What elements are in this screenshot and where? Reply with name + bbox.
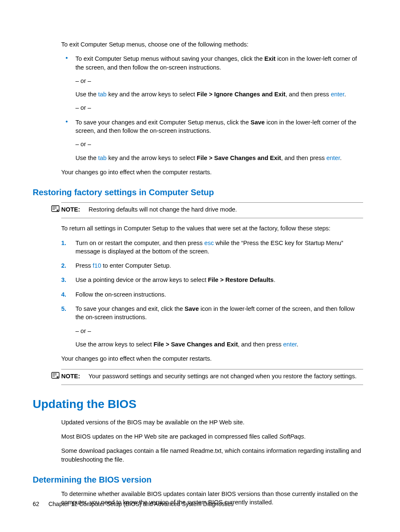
note-text: Your password settings and security sett…: [88, 373, 356, 380]
bold-text: Save: [184, 305, 199, 312]
text: Follow the on-screen instructions.: [75, 291, 166, 298]
sub-paragraph: Use the tab key and the arrow keys to se…: [75, 90, 363, 98]
heading-restore: Restoring factory settings in Computer S…: [33, 186, 363, 198]
or-separator: – or –: [75, 140, 363, 148]
text: .: [344, 91, 346, 98]
key-link: esc: [204, 240, 214, 246]
text: To exit Computer Setup menus without sav…: [75, 55, 265, 62]
paragraph: Your changes go into effect when the com…: [61, 354, 363, 363]
key-link: f10: [93, 262, 101, 269]
text: Press: [75, 262, 93, 269]
list-item: To exit Computer Setup menus without sav…: [61, 54, 363, 112]
sub-paragraph: Use the arrow keys to select File > Save…: [75, 340, 363, 349]
intro-paragraph: To exit Computer Setup menus, choose one…: [61, 40, 363, 49]
text: .: [274, 276, 275, 283]
sub-paragraph: Use the tab key and the arrow keys to se…: [75, 154, 363, 162]
paragraph: To return all settings in Computer Setup…: [61, 224, 363, 232]
list-item: Use a pointing device or the arrow keys …: [61, 276, 363, 284]
text: key and the arrow keys to select: [106, 155, 197, 161]
chapter-title: Chapter 12 Computer Setup (BIOS) and Adv…: [48, 501, 233, 507]
list-item: Press f10 to enter Computer Setup.: [61, 261, 363, 270]
note-box: NOTE: Your password settings and securit…: [61, 369, 363, 385]
text: , and then press: [286, 91, 331, 98]
paragraph: Some download packages contain a file na…: [61, 447, 363, 464]
bold-text: File > Save Changes and Exit: [153, 341, 238, 348]
heading-determine-version: Determining the BIOS version: [33, 474, 363, 486]
text: .: [340, 155, 342, 161]
body-content: To exit Computer Setup menus, choose one…: [61, 40, 363, 176]
exit-methods-list: To exit Computer Setup menus without sav…: [61, 54, 363, 162]
update-content: Updated versions of the BIOS may be avai…: [61, 418, 363, 464]
or-separator: – or –: [75, 327, 363, 335]
bold-text: File > Restore Defaults: [208, 276, 274, 283]
text: Turn on or restart the computer, and the…: [75, 240, 204, 246]
key-link: tab: [98, 91, 106, 98]
note-label: NOTE:: [61, 373, 80, 380]
text: Most BIOS updates on the HP Web site are…: [61, 433, 279, 440]
bold-text: File > Ignore Changes and Exit: [197, 91, 286, 98]
or-separator: – or –: [75, 77, 363, 85]
text: to enter Computer Setup.: [101, 262, 171, 269]
text: .: [304, 433, 306, 440]
text: , and then press: [281, 155, 326, 161]
text: To save your changes and exit, click the: [75, 305, 184, 312]
text: Use a pointing device or the arrow keys …: [75, 276, 208, 283]
key-link: enter: [283, 341, 296, 348]
list-item: To save your changes and exit Computer S…: [61, 118, 363, 162]
note-box: NOTE: Restoring defaults will not change…: [61, 202, 363, 218]
paragraph: Your changes go into effect when the com…: [61, 168, 363, 176]
restore-steps: Turn on or restart the computer, and the…: [61, 239, 363, 349]
text: Use the: [75, 155, 98, 161]
note-icon: [51, 205, 60, 213]
text: .: [297, 341, 299, 348]
page-footer: 62 Chapter 12 Computer Setup (BIOS) and …: [33, 500, 363, 509]
text: To save your changes and exit Computer S…: [75, 119, 251, 126]
text: Use the: [75, 91, 98, 98]
key-link: enter: [331, 91, 344, 98]
page: To exit Computer Setup menus, choose one…: [0, 0, 400, 532]
paragraph: Updated versions of the BIOS may be avai…: [61, 418, 363, 426]
text: Use the arrow keys to select: [75, 341, 153, 348]
list-item: To save your changes and exit, click the…: [61, 305, 363, 349]
restore-content: NOTE: Restoring defaults will not change…: [61, 202, 363, 385]
heading-updating-bios: Updating the BIOS: [33, 396, 363, 412]
page-number: 62: [33, 501, 39, 507]
note-text: Restoring defaults will not change the h…: [88, 206, 237, 213]
key-link: enter: [326, 155, 340, 161]
italic-text: SoftPaqs: [279, 433, 304, 440]
note-icon: [51, 372, 60, 380]
text: key and the arrow keys to select: [106, 91, 197, 98]
bold-text: File > Save Changes and Exit: [197, 155, 281, 161]
bold-text: Save: [251, 119, 265, 126]
note-label: NOTE:: [61, 206, 80, 213]
bold-text: Exit: [265, 55, 276, 62]
list-item: Turn on or restart the computer, and the…: [61, 239, 363, 256]
text: , and then press: [238, 341, 283, 348]
list-item: Follow the on-screen instructions.: [61, 290, 363, 299]
or-separator: – or –: [75, 103, 363, 112]
key-link: tab: [98, 155, 106, 161]
paragraph: Most BIOS updates on the HP Web site are…: [61, 432, 363, 441]
